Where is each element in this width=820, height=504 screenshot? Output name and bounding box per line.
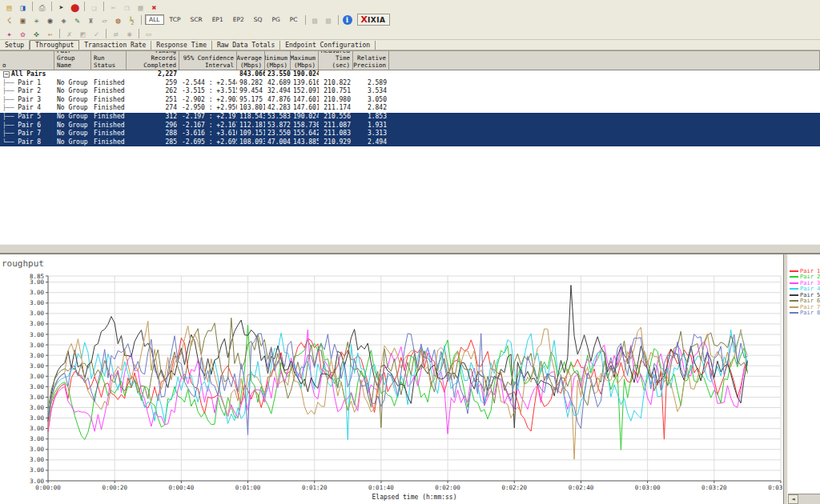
table-row-pair-7[interactable]: ├── Pair 7No GroupFinished288-3.616 : +3… — [0, 130, 820, 138]
tab-throughput[interactable]: Throughput — [30, 40, 79, 50]
cell-prec — [353, 70, 389, 79]
cell-time: 210.556 — [319, 113, 353, 122]
column-header-min[interactable]: Minimum(Mbps) — [265, 51, 291, 70]
cell-filler — [389, 130, 820, 138]
hardware-icon[interactable]: ♜ — [85, 14, 97, 25]
tab-transaction-rate[interactable]: Transaction Rate — [79, 41, 151, 50]
video-icon[interactable]: ◈ — [58, 14, 70, 25]
toolbar-separator — [59, 29, 60, 38]
column-header-max[interactable]: Maximum(Mbps) — [291, 51, 319, 70]
table-row-pair-2[interactable]: ├── Pair 2No GroupFinished262-3.515 : +3… — [0, 87, 820, 96]
wizard-icon[interactable]: ✦ — [3, 28, 15, 38]
save-icon[interactable]: ◨ — [17, 2, 29, 12]
group-icon[interactable]: ✜ — [30, 28, 42, 38]
protocol-filter-scr-button[interactable]: SCR — [186, 14, 206, 25]
stop-test-icon[interactable]: ⬤ — [69, 2, 81, 12]
apply-icon[interactable]: ▨ — [309, 14, 321, 25]
view-icon[interactable]: ❏ — [88, 2, 100, 12]
table-row-pair-5[interactable]: ├── Pair 5No GroupFinished312-2.197 : +2… — [0, 113, 820, 122]
table-row-pair-3[interactable]: ├── Pair 3No GroupFinished251-2.902 : +2… — [0, 96, 820, 105]
svg-text:0:02:20: 0:02:20 — [501, 484, 527, 491]
column-header-records[interactable]: Timing RecordsCompleted — [127, 51, 179, 70]
percent-x-icon[interactable]: ✗ — [63, 28, 75, 38]
legend-line-swatch — [790, 282, 798, 284]
column-header-group[interactable]: Pair GroupName — [54, 51, 91, 70]
application-icon[interactable]: ▱ — [98, 14, 111, 25]
table-body: −All Pairs2,227843.06623.550190.024├── P… — [0, 70, 820, 146]
traffic-icon[interactable]: ◍ — [112, 14, 124, 25]
cell-pair: ├── Pair 7 — [0, 130, 54, 138]
cut-icon[interactable]: ✂ — [107, 2, 119, 12]
horizontal-splitter[interactable] — [0, 244, 820, 254]
table-row-pair-4[interactable]: ├── Pair 4No GroupFinished274-2.950 : +2… — [0, 104, 820, 113]
add-pair-icon[interactable]: ☇ — [3, 14, 15, 25]
print-icon[interactable]: ⎙ — [36, 2, 48, 12]
svg-text:3.00: 3.00 — [30, 373, 45, 380]
multicast-icon[interactable]: ✳ — [30, 14, 42, 25]
chart-panel: roughput 8.853.003.003.003.003.003.003.0… — [0, 254, 783, 504]
assistant-icon[interactable]: ✿ — [17, 28, 29, 38]
cell-min: 32.494 — [265, 87, 291, 96]
delete-icon[interactable]: ✖ — [148, 2, 160, 12]
legend-label: Pair 8 — [800, 310, 820, 316]
select-all-icon[interactable]: ◩ — [77, 28, 89, 38]
table-row-pair-8[interactable]: └── Pair 8No GroupFinished285-2.695 : +2… — [0, 138, 820, 147]
protocol-filter-ep2-button[interactable]: EP2 — [229, 14, 248, 25]
protocol-filter-tcp-button[interactable]: TCP — [166, 14, 185, 25]
cell-pair: −All Pairs — [0, 70, 54, 79]
column-header-ci[interactable]: 95% ConfidenceInterval — [179, 51, 237, 70]
ixia-logo[interactable]: XIXIA — [357, 14, 390, 26]
camera-icon[interactable]: ◉ — [44, 14, 56, 25]
run-test-icon[interactable]: ➤ — [55, 2, 67, 12]
svg-text:3.00: 3.00 — [30, 446, 45, 453]
svg-text:3.00: 3.00 — [30, 342, 45, 349]
tree-branch-icon: ├── — [2, 113, 14, 120]
tab-endpoint-configuration[interactable]: Endpoint Configuration — [280, 41, 376, 50]
endpoint-icon[interactable]: ▣ — [17, 14, 29, 25]
table-row-pair-6[interactable]: ├── Pair 6No GroupFinished296-2.167 : +2… — [0, 122, 820, 130]
open-icon[interactable]: ▤ — [3, 2, 15, 12]
column-header-time[interactable]: MeasuredTime (sec) — [319, 51, 353, 70]
reset-icon[interactable]: ✱ — [123, 28, 135, 38]
legend-line-swatch — [790, 270, 798, 272]
protocol-filter-pg-button[interactable]: PG — [267, 14, 283, 25]
legend-scrollbar[interactable]: ◄ — [788, 494, 820, 504]
paste-icon[interactable]: ▦ — [135, 2, 147, 12]
scroll-left-icon[interactable]: ◄ — [788, 494, 798, 504]
cell-max: 190.024 — [291, 113, 319, 122]
tree-collapse-icon[interactable]: − — [3, 71, 10, 78]
protocol-filter-pc-button[interactable]: PC — [286, 14, 302, 25]
cell-filler — [389, 70, 820, 79]
legend-line-swatch — [790, 306, 798, 308]
archive-icon[interactable]: ▭ — [143, 28, 155, 38]
protocol-filter-ep1-button[interactable]: EP1 — [208, 14, 227, 25]
chart-title: roughput — [2, 258, 44, 269]
toolbar-separator — [139, 29, 139, 38]
edit-script-icon[interactable]: ✎ — [71, 14, 83, 25]
cell-min: 47.004 — [265, 138, 291, 147]
tab-raw-data-totals[interactable]: Raw Data Totals — [212, 41, 280, 50]
cell-time: 210.980 — [319, 96, 353, 105]
refresh-view-icon[interactable]: ▧ — [323, 14, 335, 25]
tab-response-time[interactable]: Response Time — [151, 41, 212, 50]
svg-text:0:00:20: 0:00:20 — [102, 484, 127, 491]
table-row-all-pairs[interactable]: −All Pairs2,227843.06623.550190.024 — [0, 70, 820, 79]
column-header-status[interactable]: Run Status — [91, 51, 127, 70]
swap-icon[interactable]: ⇄ — [110, 28, 122, 38]
cell-time: 211.083 — [319, 130, 353, 138]
svg-text:0:02:40: 0:02:40 — [569, 484, 594, 491]
svg-text:3.00: 3.00 — [30, 352, 45, 359]
check-icon[interactable]: ✓ — [90, 28, 102, 38]
compass-icon[interactable]: ➳ — [44, 28, 56, 38]
info-icon[interactable]: i — [343, 15, 352, 25]
svg-text:3.00: 3.00 — [30, 414, 45, 422]
protocol-filter-all-button[interactable]: ALL — [145, 14, 164, 25]
copy-icon[interactable]: ❐ — [121, 2, 133, 12]
step-icon[interactable]: ½ — [126, 14, 138, 25]
column-header-prec[interactable]: RelativePrecision — [353, 51, 389, 70]
table-row-pair-1[interactable]: ├── Pair 1No GroupFinished259-2.544 : +2… — [0, 79, 820, 88]
column-header-avg[interactable]: Average(Mbps) — [237, 51, 265, 70]
protocol-filter-sq-button[interactable]: SQ — [250, 14, 267, 25]
column-header-pair[interactable]: o — [0, 51, 54, 70]
tab-setup[interactable]: Setup — [0, 41, 30, 50]
